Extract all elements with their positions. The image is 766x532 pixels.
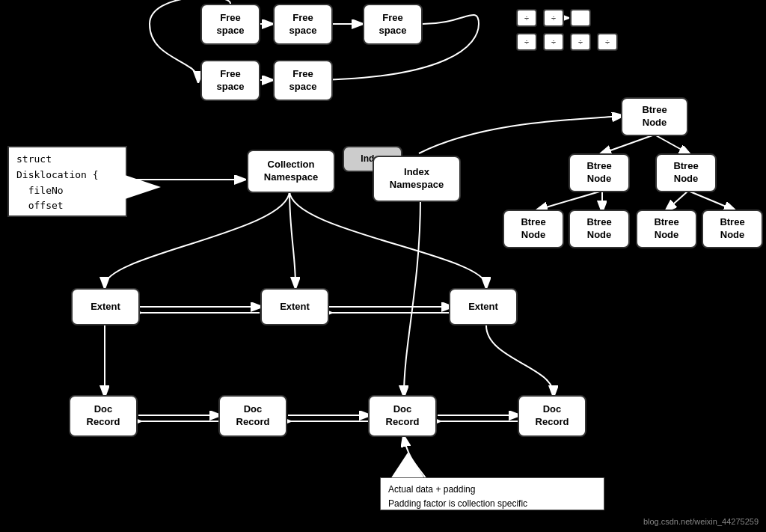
free-space-1: Freespace (200, 4, 260, 45)
btree-leaf-2: BtreeNode (569, 210, 630, 248)
doc-record-2: DocRecord (218, 395, 287, 437)
tooltip-box: Actual data + padding Padding factor is … (380, 477, 604, 510)
doc-record-1: DocRecord (69, 395, 138, 437)
extent-1: Extent (71, 288, 140, 325)
arrows-svg (0, 0, 766, 532)
free-space-4: Freespace (200, 60, 260, 101)
doc-record-3: DocRecord (368, 395, 437, 437)
small-node-1: ÷ (516, 9, 537, 27)
small-node-6: ÷ (570, 33, 591, 51)
btree-mid-1: BtreeNode (569, 153, 630, 192)
extent-3: Extent (449, 288, 518, 325)
btree-leaf-1: BtreeNode (503, 210, 564, 248)
struct-disklocation: struct Disklocation { fileNo offset } (7, 146, 127, 217)
watermark: blog.csdn.net/weixin_44275259 (643, 517, 759, 526)
btree-root: BtreeNode (621, 97, 688, 136)
index-namespace: IndexNamespace (373, 156, 461, 202)
extent-2: Extent (260, 288, 329, 325)
doc-record-4: DocRecord (518, 395, 586, 437)
free-space-5: Freespace (273, 60, 333, 101)
small-node-5: ÷ (543, 33, 564, 51)
svg-marker-2 (116, 172, 161, 202)
diagram: Freespace Freespace Freespace Freespace … (0, 0, 766, 532)
free-space-2: Freespace (273, 4, 333, 45)
btree-mid-2: BtreeNode (655, 153, 717, 192)
small-node-7: ÷ (597, 33, 618, 51)
free-space-3: Freespace (363, 4, 423, 45)
small-node-4: ÷ (516, 33, 537, 51)
struct-pointer (116, 172, 161, 202)
small-node-2: ÷ (543, 9, 564, 27)
small-node-3 (570, 9, 591, 27)
collection-namespace: CollectionNamespace (247, 150, 335, 193)
btree-leaf-4: BtreeNode (702, 210, 763, 248)
btree-leaf-3: BtreeNode (636, 210, 697, 248)
